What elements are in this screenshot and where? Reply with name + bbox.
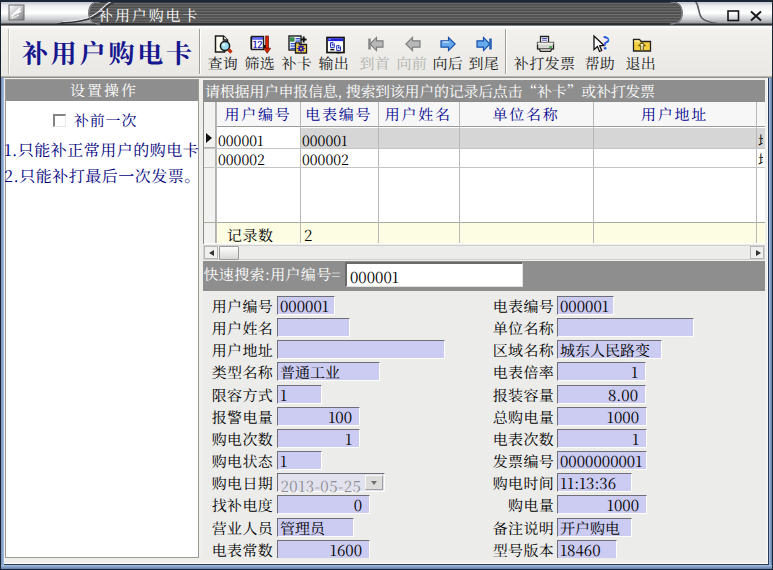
svg-text:?: ?: [602, 34, 609, 54]
svg-text:12: 12: [253, 37, 263, 51]
